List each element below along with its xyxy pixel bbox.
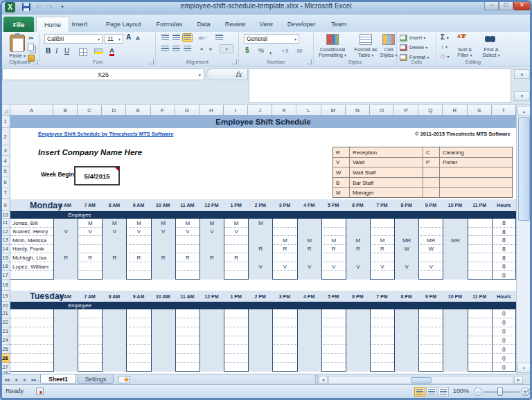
legend-code[interactable]: B xyxy=(333,178,350,188)
shift-cell[interactable] xyxy=(394,327,418,336)
zoom-out-icon[interactable]: − xyxy=(474,388,482,396)
shift-cell[interactable] xyxy=(321,354,346,363)
underline-icon[interactable]: U xyxy=(64,47,69,55)
shift-cell[interactable]: R xyxy=(248,245,272,254)
shift-cell[interactable] xyxy=(248,354,272,363)
row-header-24[interactable]: 24 xyxy=(0,336,10,345)
shift-cell[interactable]: R xyxy=(78,253,102,262)
shift-cell[interactable] xyxy=(248,228,272,237)
shift-cell[interactable] xyxy=(126,262,150,271)
shift-cell[interactable] xyxy=(346,354,370,363)
shift-cell[interactable] xyxy=(78,318,102,327)
insert-worksheet-icon[interactable] xyxy=(118,376,130,383)
row-header-3[interactable]: 3 xyxy=(0,145,10,156)
shift-cell[interactable]: M xyxy=(102,219,126,228)
shift-cell[interactable] xyxy=(418,354,443,363)
scroll-left-icon[interactable]: ◂ xyxy=(319,376,328,384)
shift-cell[interactable] xyxy=(468,262,492,271)
hours-cell[interactable]: 8 xyxy=(492,253,516,262)
format-as-table-button[interactable]: Format as Table ▾ xyxy=(352,47,380,59)
font-name-select[interactable]: Calibri▾ xyxy=(44,34,103,44)
shift-cell[interactable] xyxy=(126,271,150,280)
shift-cell[interactable] xyxy=(346,336,370,345)
shift-cell[interactable] xyxy=(468,318,492,327)
legend-label[interactable]: Reception xyxy=(350,147,423,158)
shift-cell[interactable] xyxy=(297,228,321,237)
row-header-17[interactable]: 17 xyxy=(0,271,10,280)
shift-cell[interactable] xyxy=(418,309,443,318)
shift-cell[interactable] xyxy=(102,327,126,336)
row-header-25[interactable]: 25 xyxy=(0,345,10,354)
clipboard-dialog-launcher[interactable] xyxy=(33,60,38,64)
shift-cell[interactable]: V xyxy=(151,228,175,237)
row-header-14[interactable]: 14 xyxy=(0,245,10,254)
wrap-text-icon[interactable] xyxy=(214,33,224,42)
increase-indent-icon[interactable]: ▸ xyxy=(206,44,216,53)
insert-function-button[interactable]: fx xyxy=(206,69,248,80)
shift-cell[interactable] xyxy=(297,318,321,327)
shift-cell[interactable] xyxy=(200,363,224,372)
row-header-15[interactable]: 15 xyxy=(0,253,10,262)
shift-cell[interactable] xyxy=(370,345,394,354)
column-header-G[interactable]: G xyxy=(175,105,200,116)
shift-cell[interactable] xyxy=(468,336,492,345)
align-top-icon[interactable] xyxy=(160,33,170,42)
shift-cell[interactable] xyxy=(248,345,272,354)
employee-name-cell[interactable]: Hardy, Frank xyxy=(10,245,53,254)
number-dialog-launcher[interactable] xyxy=(307,60,312,64)
shift-cell[interactable] xyxy=(175,354,200,363)
shift-cell[interactable] xyxy=(200,245,224,254)
shift-cell[interactable] xyxy=(126,354,150,363)
insert-cells-button[interactable]: Insert ▾ xyxy=(409,35,425,41)
column-header-C[interactable]: C xyxy=(78,105,102,116)
shift-cell[interactable] xyxy=(321,309,346,318)
employee-name-cell[interactable] xyxy=(10,327,53,336)
shift-cell[interactable]: W xyxy=(394,245,418,254)
row-header-5[interactable]: 5 xyxy=(0,167,10,177)
shift-cell[interactable] xyxy=(272,345,296,354)
shift-cell[interactable] xyxy=(175,327,200,336)
shift-cell[interactable]: M xyxy=(297,236,321,245)
row-header-20[interactable]: 20 xyxy=(0,302,10,309)
shift-cell[interactable] xyxy=(443,228,467,237)
font-dialog-launcher[interactable] xyxy=(149,60,154,64)
shift-cell[interactable] xyxy=(53,363,78,372)
sheet-canvas[interactable]: Employee Shift Schedule Employee Shift S… xyxy=(10,116,516,374)
legend-code[interactable]: W xyxy=(333,167,350,178)
shift-cell[interactable] xyxy=(443,345,467,354)
shift-cell[interactable] xyxy=(102,318,126,327)
bold-icon[interactable]: B xyxy=(46,47,51,55)
shift-cell[interactable]: W xyxy=(418,245,443,254)
scroll-right-icon[interactable]: ▸ xyxy=(514,376,523,384)
shift-cell[interactable] xyxy=(175,262,200,271)
shift-cell[interactable] xyxy=(418,327,443,336)
shift-cell[interactable] xyxy=(53,271,78,280)
shift-cell[interactable] xyxy=(272,336,296,345)
shift-cell[interactable] xyxy=(468,345,492,354)
employee-name-cell[interactable]: Suarez, Henry xyxy=(10,228,53,237)
hours-cell[interactable]: 0 xyxy=(492,309,516,318)
shift-cell[interactable] xyxy=(468,253,492,262)
shift-cell[interactable] xyxy=(272,228,296,237)
shift-cell[interactable]: M xyxy=(346,236,370,245)
tab-page-layout[interactable]: Page Layout xyxy=(98,17,149,32)
shift-cell[interactable]: M xyxy=(175,219,200,228)
page-layout-view-icon[interactable] xyxy=(426,387,437,397)
shift-cell[interactable]: V xyxy=(321,262,346,271)
select-all-corner[interactable] xyxy=(0,105,10,116)
shift-cell[interactable] xyxy=(175,345,200,354)
shift-cell[interactable] xyxy=(53,309,78,318)
shift-cell[interactable]: V xyxy=(418,262,443,271)
shift-cell[interactable] xyxy=(53,345,78,354)
column-header-M[interactable]: M xyxy=(321,105,346,116)
shift-cell[interactable] xyxy=(443,309,467,318)
shift-cell[interactable] xyxy=(102,336,126,345)
shift-cell[interactable] xyxy=(468,363,492,372)
shift-cell[interactable] xyxy=(224,271,248,280)
shift-cell[interactable] xyxy=(443,363,467,372)
shift-cell[interactable] xyxy=(321,271,346,280)
shift-cell[interactable] xyxy=(394,318,418,327)
shift-cell[interactable]: R xyxy=(200,253,224,262)
shift-cell[interactable] xyxy=(151,345,175,354)
shift-cell[interactable] xyxy=(394,253,418,262)
